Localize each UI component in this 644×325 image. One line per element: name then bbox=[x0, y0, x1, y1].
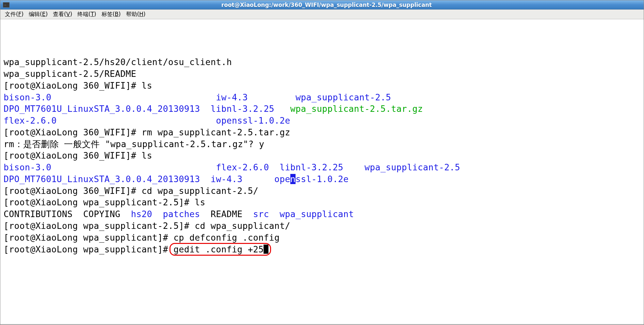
window-title: root@XiaoLong:/work/360_WIFI/wpa_supplic… bbox=[9, 2, 644, 8]
terminal-text: [root@XiaoLong wpa_supplicant-2.5]# ls bbox=[4, 197, 205, 207]
terminal-text bbox=[274, 104, 290, 114]
terminal-line: [root@XiaoLong 360_WIFI]# ls bbox=[4, 150, 640, 162]
terminal-line: flex-2.6.0 openssl-1.0.2e bbox=[4, 115, 640, 127]
terminal-line: [root@XiaoLong 360_WIFI]# rm wpa_supplic… bbox=[4, 127, 640, 138]
terminal-text: README bbox=[200, 209, 253, 219]
menu-v[interactable]: 查看(V) bbox=[50, 9, 75, 19]
directory-entry: hs20 bbox=[131, 209, 152, 219]
terminal-text: [root@XiaoLong wpa_supplicant]# bbox=[4, 244, 173, 254]
terminal-text bbox=[269, 209, 280, 219]
terminal-text bbox=[152, 209, 163, 219]
directory-entry: wpa_supplicant-2.5 bbox=[296, 92, 391, 102]
terminal-line: [root@XiaoLong wpa_supplicant-2.5]# cd w… bbox=[4, 220, 640, 232]
selection-highlight: n bbox=[290, 174, 296, 184]
menu-b[interactable]: 标签(B) bbox=[99, 9, 123, 19]
terminal-text: [root@XiaoLong 360_WIFI]# rm wpa_supplic… bbox=[4, 127, 290, 137]
directory-entry: flex-2.6.0 bbox=[216, 162, 269, 172]
directory-entry: wpa_supplicant bbox=[280, 209, 354, 219]
terminal-line: [root@XiaoLong wpa_supplicant]# gedit .c… bbox=[4, 244, 640, 255]
terminal-text: rm：是否删除 一般文件 "wpa_supplicant-2.5.tar.gz"… bbox=[4, 139, 264, 149]
terminal-icon bbox=[3, 2, 9, 8]
terminal-text bbox=[200, 104, 211, 114]
terminal-text: [root@XiaoLong 360_WIFI]# cd wpa_supplic… bbox=[4, 186, 258, 196]
terminal-text: gedit .config +25 bbox=[173, 244, 264, 254]
terminal-line: wpa_supplicant-2.5/hs20/client/osu_clien… bbox=[4, 56, 640, 68]
terminal-text bbox=[51, 92, 216, 102]
terminal-text bbox=[57, 115, 216, 126]
terminal-line: [root@XiaoLong 360_WIFI]# cd wpa_supplic… bbox=[4, 185, 640, 197]
menubar: 文件(F)编辑(E)查看(V)终端(T)标签(B)帮助(H) bbox=[0, 9, 644, 19]
terminal-text: CONTRIBUTIONS COPYING bbox=[4, 209, 131, 219]
terminal-text bbox=[269, 162, 280, 172]
terminal-line: [root@XiaoLong wpa_supplicant-2.5]# ls bbox=[4, 197, 640, 208]
menu-e[interactable]: 编辑(E) bbox=[26, 9, 50, 19]
terminal-text: [root@XiaoLong wpa_supplicant-2.5]# cd w… bbox=[4, 221, 290, 231]
terminal-line: rm：是否删除 一般文件 "wpa_supplicant-2.5.tar.gz"… bbox=[4, 138, 640, 150]
terminal-line: bison-3.0 iw-4.3 wpa_supplicant-2.5 bbox=[4, 92, 640, 103]
terminal-text: [root@XiaoLong 360_WIFI]# ls bbox=[4, 150, 152, 161]
titlebar[interactable]: root@XiaoLong:/work/360_WIFI/wpa_supplic… bbox=[0, 0, 644, 9]
directory-entry: libnl-3.2.25 bbox=[211, 104, 274, 114]
terminal-line: CONTRIBUTIONS COPYING hs20 patches READM… bbox=[4, 208, 640, 220]
cursor bbox=[264, 245, 268, 254]
directory-entry: iw-4.3 bbox=[211, 174, 243, 184]
terminal-text bbox=[343, 162, 364, 172]
directory-entry: bison-3.0 bbox=[4, 162, 51, 172]
terminal-window: root@XiaoLong:/work/360_WIFI/wpa_supplic… bbox=[0, 0, 644, 325]
terminal-line: DPO_MT7601U_LinuxSTA_3.0.0.4_20130913 li… bbox=[4, 103, 640, 115]
terminal-text bbox=[248, 92, 296, 102]
directory-entry: flex-2.6.0 bbox=[4, 115, 57, 126]
terminal-text bbox=[51, 162, 216, 172]
terminal-line: DPO_MT7601U_LinuxSTA_3.0.0.4_20130913 iw… bbox=[4, 173, 640, 185]
terminal-line: [root@XiaoLong wpa_supplicant]# cp defco… bbox=[4, 232, 640, 244]
directory-entry: patches bbox=[163, 209, 200, 219]
terminal-area[interactable]: wpa_supplicant-2.5/hs20/client/osu_clien… bbox=[0, 19, 644, 325]
directory-entry: ope bbox=[274, 174, 290, 184]
menu-t[interactable]: 终端(T) bbox=[75, 9, 99, 19]
terminal-text: [root@XiaoLong 360_WIFI]# ls bbox=[4, 80, 152, 91]
terminal-line: [root@XiaoLong 360_WIFI]# ls bbox=[4, 80, 640, 92]
terminal-text bbox=[242, 174, 274, 184]
directory-entry: iw-4.3 bbox=[216, 92, 248, 102]
directory-entry: bison-3.0 bbox=[4, 92, 51, 102]
terminal-text: [root@XiaoLong wpa_supplicant]# cp defco… bbox=[4, 232, 280, 243]
directory-entry: openssl-1.0.2e bbox=[216, 115, 290, 126]
terminal-line: wpa_supplicant-2.5/README bbox=[4, 68, 640, 80]
terminal-text bbox=[200, 174, 211, 184]
terminal-text: wpa_supplicant-2.5/README bbox=[4, 69, 136, 79]
directory-entry: libnl-3.2.25 bbox=[280, 162, 343, 172]
terminal-text: wpa_supplicant-2.5/hs20/client/osu_clien… bbox=[4, 57, 232, 67]
directory-entry: DPO_MT7601U_LinuxSTA_3.0.0.4_20130913 bbox=[4, 104, 200, 114]
menu-h[interactable]: 帮助(H) bbox=[123, 9, 148, 19]
terminal-line: bison-3.0 flex-2.6.0 libnl-3.2.25 wpa_su… bbox=[4, 162, 640, 173]
archive-entry: wpa_supplicant-2.5.tar.gz bbox=[290, 104, 423, 114]
directory-entry: src bbox=[253, 209, 269, 219]
directory-entry: wpa_supplicant-2.5 bbox=[364, 162, 460, 172]
directory-entry: DPO_MT7601U_LinuxSTA_3.0.0.4_20130913 bbox=[4, 174, 200, 184]
menu-f[interactable]: 文件(F) bbox=[2, 9, 26, 19]
directory-entry: ssl-1.0.2e bbox=[296, 174, 349, 184]
